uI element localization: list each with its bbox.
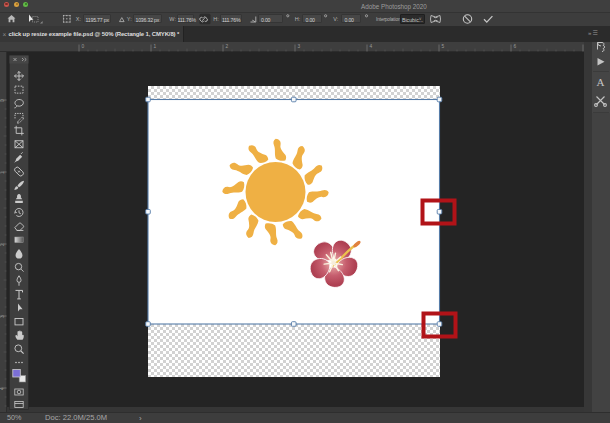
svg-text:A: A xyxy=(597,76,605,88)
